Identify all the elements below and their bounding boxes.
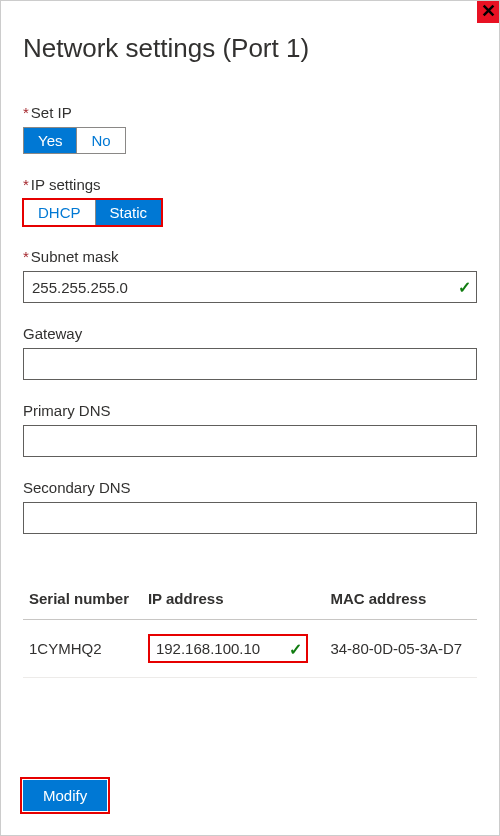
secondary-dns-field: Secondary DNS (23, 479, 477, 534)
set-ip-toggle: Yes No (23, 127, 126, 154)
primary-dns-label: Primary DNS (23, 402, 477, 419)
checkmark-icon: ✓ (458, 278, 471, 297)
ip-settings-toggle: DHCP Static (23, 199, 162, 226)
set-ip-no-button[interactable]: No (76, 128, 124, 153)
ip-settings-label: *IP settings (23, 176, 477, 193)
ip-settings-field: *IP settings DHCP Static (23, 176, 477, 226)
primary-dns-input[interactable] (23, 425, 477, 457)
gateway-field: Gateway (23, 325, 477, 380)
serial-header: Serial number (23, 582, 142, 620)
set-ip-field: *Set IP Yes No (23, 104, 477, 154)
secondary-dns-input[interactable] (23, 502, 477, 534)
ip-settings-dhcp-button[interactable]: DHCP (24, 200, 95, 225)
ip-settings-static-button[interactable]: Static (95, 200, 162, 225)
ip-cell: 192.168.100.10 ✓ (142, 620, 325, 678)
page-title: Network settings (Port 1) (23, 33, 477, 64)
devices-table: Serial number IP address MAC address 1CY… (23, 582, 477, 678)
set-ip-label: *Set IP (23, 104, 477, 121)
secondary-dns-label: Secondary DNS (23, 479, 477, 496)
set-ip-yes-button[interactable]: Yes (24, 128, 76, 153)
subnet-mask-input[interactable] (23, 271, 477, 303)
devices-table-area: Serial number IP address MAC address 1CY… (23, 582, 477, 678)
gateway-input[interactable] (23, 348, 477, 380)
subnet-mask-label: *Subnet mask (23, 248, 477, 265)
mac-cell: 34-80-0D-05-3A-D7 (324, 620, 477, 678)
mac-header: MAC address (324, 582, 477, 620)
ip-header: IP address (142, 582, 325, 620)
ip-address-value: 192.168.100.10 (156, 640, 260, 657)
gateway-label: Gateway (23, 325, 477, 342)
checkmark-icon: ✓ (289, 639, 302, 658)
table-row: 1CYMHQ2 192.168.100.10 ✓ 34-80-0D-05-3A-… (23, 620, 477, 678)
modify-button[interactable]: Modify (23, 780, 107, 811)
subnet-mask-field: *Subnet mask ✓ (23, 248, 477, 303)
primary-dns-field: Primary DNS (23, 402, 477, 457)
serial-cell: 1CYMHQ2 (23, 620, 142, 678)
close-icon[interactable]: ✕ (477, 1, 499, 23)
